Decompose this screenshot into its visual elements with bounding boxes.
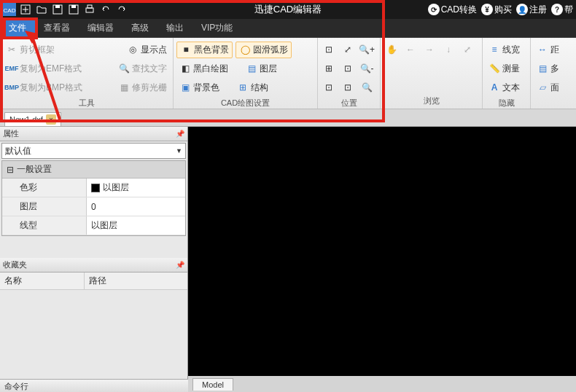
favorites-panel-header: 收藏夹 📌 [0, 258, 187, 273]
paint-icon: ▣ [179, 82, 191, 93]
pos-btn-1[interactable]: ⊡ [321, 42, 337, 58]
properties-panel: 属性 📌 默认值 ▼ ⊟一般设置 色彩 以图层 图层 0 线型 以图层 收藏夹 [0, 127, 188, 392]
ribbon: ✂剪切框架 ◎显示点 EMF复制为EMF格式 🔍查找文字 BMP复制为BMP格式… [0, 38, 576, 109]
property-grid: ⊟一般设置 色彩 以图层 图层 0 线型 以图层 [1, 160, 186, 236]
properties-title: 属性 [3, 128, 19, 139]
nav-down-icon[interactable]: ↓ [440, 42, 456, 58]
layers-icon: ▤ [246, 63, 257, 74]
svg-rect-10 [87, 5, 92, 8]
col-name: 名称 [0, 273, 85, 289]
line-icon: ≡ [489, 44, 500, 55]
bw-draw-button[interactable]: ◧黑白绘图 [176, 61, 231, 77]
show-point-button[interactable]: ◎显示点 [124, 42, 170, 58]
menu-file[interactable]: 文件 [0, 19, 35, 37]
clip-frame-button[interactable]: ✂剪切框架 [3, 42, 58, 58]
target-icon: ◎ [127, 44, 139, 55]
zoom-fit-icon[interactable]: 🔍 [359, 79, 375, 95]
title-bar-right: ⟳CAD转换 ¥购买 👤注册 ?帮 [428, 4, 573, 16]
pos-btn-4[interactable]: ⊡ [340, 60, 356, 77]
distance-button[interactable]: ↔距 [534, 42, 562, 58]
search-icon: 🔍 [118, 63, 130, 74]
collapse-icon: ⊟ [7, 165, 14, 175]
app-title: 迅捷CAD编辑器 [254, 3, 322, 16]
area-button[interactable]: ▱面 [534, 80, 562, 95]
pos-btn-2[interactable]: ⤢ [340, 42, 356, 58]
svg-rect-6 [55, 5, 60, 8]
new-file-icon[interactable] [17, 1, 34, 17]
pin-icon[interactable]: 📌 [176, 130, 184, 138]
print-icon[interactable] [82, 1, 98, 17]
trim-raster-button[interactable]: ▦修剪光栅 [115, 80, 170, 95]
black-square-icon: ■ [180, 44, 192, 55]
nav-right-icon[interactable]: → [421, 42, 437, 58]
document-tab-strip: New1.dxf × [0, 109, 576, 127]
currency-icon: ¥ [481, 4, 493, 15]
register-button[interactable]: 👤注册 [516, 4, 547, 16]
convert-icon: ⟳ [428, 4, 440, 15]
document-tab-new1[interactable]: New1.dxf × [4, 112, 61, 126]
prop-key-layer: 图层 [2, 197, 87, 216]
prop-row-layer[interactable]: 图层 0 [2, 197, 185, 216]
default-value-combo[interactable]: 默认值 ▼ [1, 143, 186, 159]
user-icon: 👤 [516, 4, 528, 15]
pos-btn-6[interactable]: ⊡ [340, 79, 356, 95]
pos-btn-5[interactable]: ⊡ [321, 79, 337, 95]
redo-icon[interactable] [114, 1, 130, 17]
ribbon-group-browse: ✋←→↓⤢ 浏览 [381, 38, 483, 109]
undo-icon[interactable] [98, 1, 114, 17]
app-icon[interactable]: CAD [1, 1, 17, 17]
drawing-canvas[interactable] [188, 127, 576, 376]
properties-panel-header: 属性 📌 [0, 127, 187, 141]
pos-btn-3[interactable]: ⊞ [321, 60, 337, 77]
svg-rect-8 [71, 5, 76, 8]
prop-row-color[interactable]: 色彩 以图层 [2, 179, 185, 197]
structure-button[interactable]: ⊞结构 [234, 80, 271, 95]
favorites-columns: 名称 路径 [0, 273, 187, 290]
arc-icon: ◯ [239, 44, 251, 55]
prop-val-color: 以图层 [87, 179, 185, 197]
zoom-out-icon[interactable]: 🔍- [359, 60, 375, 77]
copy-bmp-button[interactable]: BMP复制为BMP格式 [3, 80, 85, 95]
prop-group-general[interactable]: ⊟一般设置 [2, 161, 185, 179]
prop-row-linetype[interactable]: 线型 以图层 [2, 216, 185, 235]
favorites-panel: 收藏夹 📌 名称 路径 [0, 258, 187, 290]
save-icon[interactable] [50, 1, 66, 17]
menu-vip[interactable]: VIP功能 [192, 19, 241, 37]
smooth-arc-button[interactable]: ◯圆滑弧形 [236, 42, 292, 58]
linewidth-button[interactable]: ≡线宽 [486, 42, 523, 58]
close-tab-icon[interactable]: × [46, 114, 56, 125]
menu-output[interactable]: 输出 [157, 19, 192, 37]
ribbon-group-tools: ✂剪切框架 ◎显示点 EMF复制为EMF格式 🔍查找文字 BMP复制为BMP格式… [0, 38, 174, 109]
hand-icon[interactable]: ✋ [384, 42, 400, 58]
text-button[interactable]: A文本 [486, 80, 523, 95]
grid-icon: ▦ [118, 82, 130, 93]
open-file-icon[interactable] [34, 1, 50, 17]
prop-key-color: 色彩 [2, 179, 87, 197]
measure-button[interactable]: 📏测量 [486, 61, 523, 77]
menu-advanced[interactable]: 高级 [122, 19, 157, 37]
help-button[interactable]: ?帮 [551, 4, 573, 16]
group-label-position: 位置 [321, 96, 377, 111]
cad-convert-button[interactable]: ⟳CAD转换 [428, 4, 477, 16]
group-label-view: 隐藏 [486, 96, 527, 111]
menu-viewer[interactable]: 查看器 [35, 19, 79, 37]
black-bg-button[interactable]: ■黑色背景 [176, 42, 233, 58]
menu-editor[interactable]: 编辑器 [79, 19, 122, 37]
buy-button[interactable]: ¥购买 [481, 4, 512, 16]
expand-icon[interactable]: ⤢ [459, 42, 475, 58]
model-tab[interactable]: Model [192, 378, 233, 391]
bg-color-button[interactable]: ▣背景色 [176, 80, 222, 95]
favorites-title: 收藏夹 [3, 259, 27, 270]
multi-button[interactable]: ▤多 [534, 61, 562, 77]
copy-emf-button[interactable]: EMF复制为EMF格式 [3, 61, 85, 77]
menu-bar: 文件 查看器 编辑器 高级 输出 VIP功能 [0, 19, 576, 38]
nav-left-icon[interactable]: ← [402, 42, 419, 58]
group-label-tools: 工具 [3, 96, 170, 111]
zoom-in-icon[interactable]: 🔍+ [359, 42, 375, 58]
save-as-icon[interactable] [66, 1, 82, 17]
prop-val-linetype: 以图层 [87, 216, 185, 235]
tree-icon: ⊞ [237, 82, 249, 93]
find-text-button[interactable]: 🔍查找文字 [115, 61, 170, 77]
pin-icon[interactable]: 📌 [176, 261, 184, 269]
layer-button[interactable]: ▤图层 [243, 61, 280, 77]
